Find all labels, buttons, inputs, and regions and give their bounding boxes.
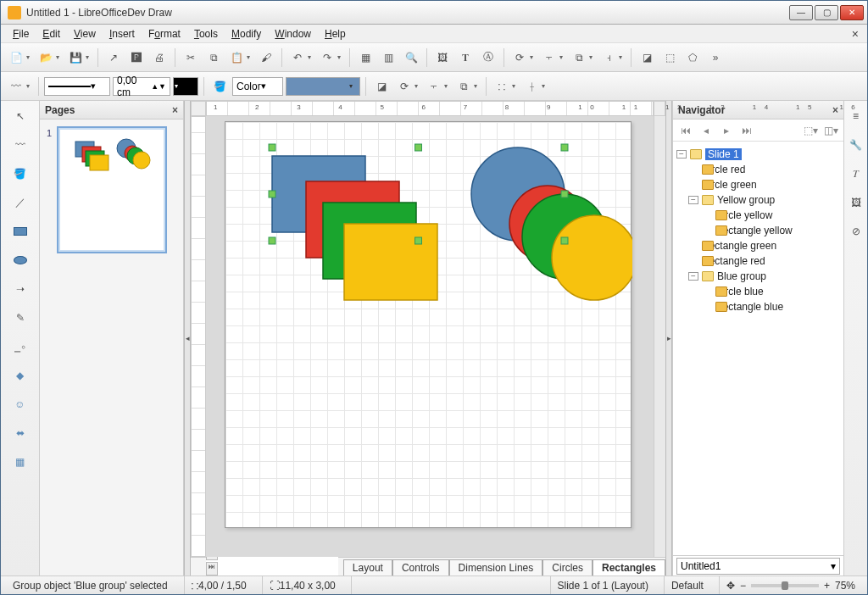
crop-button[interactable]: ⬚ [659,47,680,68]
arrange2-dropdown[interactable]: ▾ [474,82,481,90]
new-dropdown[interactable]: ▾ [26,53,33,61]
page-thumbnail-1[interactable]: 1 [57,126,167,253]
shadow-button[interactable]: ◪ [637,47,657,68]
fill-mode-select[interactable]: Color ▾ [232,77,283,96]
tree-yellow-group[interactable]: Yellow group [717,194,775,206]
nav-first-icon[interactable]: ⏮ [678,125,693,136]
layer-tab-circles[interactable]: Circles [542,559,593,576]
horizontal-ruler[interactable] [206,101,654,116]
open-button[interactable]: 📂 [36,47,56,68]
line-color-tool[interactable]: 〰 [8,135,32,155]
tree-slide-1[interactable]: Slide 1 [705,148,742,160]
nav-prev-icon[interactable]: ◂ [698,125,714,136]
vertical-ruler[interactable] [191,116,206,557]
tree-toggle-slide[interactable]: − [676,150,687,158]
layer-tab-dimension[interactable]: Dimension Lines [449,559,543,576]
connector-tool[interactable]: ⎯∘ [8,336,32,357]
export-button[interactable]: ↗ [103,47,124,68]
nav-shapes-icon[interactable]: ◫▾ [823,125,838,136]
save-button[interactable]: 💾 [65,47,86,68]
close-button[interactable]: ✕ [840,5,864,20]
navigator-doc-select[interactable]: Untitled1▾ [676,558,840,575]
line-pattern-select[interactable]: ▾ [44,77,110,96]
fill-color-button[interactable]: ▾ [286,77,360,96]
zoom-in-icon[interactable]: + [824,580,830,592]
text-button[interactable]: 𝐓 [455,47,476,68]
tab-last-button[interactable]: ⏭ [206,562,218,576]
menu-tools[interactable]: Tools [187,26,225,42]
copy-button[interactable]: ⧉ [203,47,224,68]
print-button[interactable]: 🖨 [149,47,170,68]
sidebar-gallery-icon[interactable]: 🖼 [846,192,866,213]
ellipse-tool[interactable] [8,250,32,270]
minimize-button[interactable]: — [789,5,813,20]
arrange-dropdown[interactable]: ▾ [589,53,596,61]
pages-close-icon[interactable]: × [172,104,178,116]
snap-dropdown[interactable]: ▾ [542,82,548,90]
rotate-dropdown[interactable]: ▾ [530,53,537,61]
zoom-slider[interactable] [751,584,819,587]
page-surface[interactable] [225,121,632,528]
new-button[interactable]: 📄 [6,47,26,68]
block-arrow-tool[interactable]: ⬌ [8,423,32,443]
arrow-tool[interactable]: ➝ [8,279,32,299]
sidebar-styles-icon[interactable]: 𝑇 [846,164,866,184]
image-button[interactable]: 🖼 [432,47,453,68]
format-paint-button[interactable]: 🖌 [256,47,276,68]
menu-insert[interactable]: Insert [103,26,142,42]
maximize-button[interactable]: ▢ [815,5,838,20]
pdf-button[interactable]: 🅿 [126,47,147,68]
layer-tab-controls[interactable]: Controls [392,559,449,576]
distribute-dropdown[interactable]: ▾ [619,53,626,61]
rectangle-yellow[interactable] [344,224,437,300]
zoom-out-icon[interactable]: − [740,580,746,592]
menu-view[interactable]: View [67,26,103,42]
arrange2-button[interactable]: ⧉ [453,76,474,97]
paste-button[interactable]: 📋 [226,47,247,68]
fontwork-button[interactable]: Ⓐ [478,47,498,68]
curve-tool[interactable]: ✎ [8,308,32,328]
flowchart-tool[interactable]: ▦ [8,452,32,472]
line-tool[interactable]: ／ [8,192,32,213]
effects-button[interactable]: ⟳ [394,76,415,97]
vertical-scrollbar[interactable] [654,116,665,557]
circle-yellow[interactable] [552,215,632,300]
more-button[interactable]: » [705,47,726,68]
grid-dots-button[interactable]: ⸬ [492,76,512,97]
undo-button[interactable]: ↶ [287,47,308,68]
rect-tool[interactable] [8,221,32,242]
nav-last-icon[interactable]: ⏭ [739,125,754,136]
align2-button[interactable]: ⫟ [424,76,444,97]
zoom-button[interactable]: 🔍 [401,47,421,68]
arrange-button[interactable]: ⧉ [569,47,589,68]
doc-close-icon[interactable]: × [849,27,862,41]
tree-toggle-yellow[interactable]: − [688,196,698,204]
menu-file[interactable]: File [6,26,36,42]
fill-tool[interactable]: 🪣 [8,164,32,184]
zoom-value[interactable]: 75% [835,580,855,592]
grid-button[interactable]: ▦ [355,47,376,68]
select-tool[interactable]: ↖ [8,106,32,126]
zoom-fit-icon[interactable]: ✥ [726,580,735,592]
align-dropdown[interactable]: ▾ [559,53,566,61]
distribute-button[interactable]: ⫞ [598,47,619,68]
guides-button[interactable]: ▥ [378,47,398,68]
line-color-button[interactable]: ▾ [173,77,198,96]
redo-dropdown[interactable]: ▾ [337,53,344,61]
paste-dropdown[interactable]: ▾ [247,53,253,61]
menu-help[interactable]: Help [318,26,353,42]
sidebar-wrench-icon[interactable]: 🔧 [846,135,866,155]
nav-next-icon[interactable]: ▸ [719,125,734,136]
menu-window[interactable]: Window [268,26,318,42]
redo-button[interactable]: ↷ [317,47,337,68]
menu-edit[interactable]: Edit [36,26,67,42]
menu-format[interactable]: Format [142,26,187,42]
align-button[interactable]: ⫟ [539,47,559,68]
navigator-tree[interactable]: −Slide 1 Circle red Circle green −Yellow… [673,142,843,555]
effects-dropdown[interactable]: ▾ [415,82,421,90]
menu-modify[interactable]: Modify [225,26,268,42]
line-style-button[interactable]: 〰 [6,76,26,97]
snap-button[interactable]: ⟊ [521,76,542,97]
tree-toggle-blue[interactable]: − [688,272,698,281]
open-dropdown[interactable]: ▾ [56,53,63,61]
